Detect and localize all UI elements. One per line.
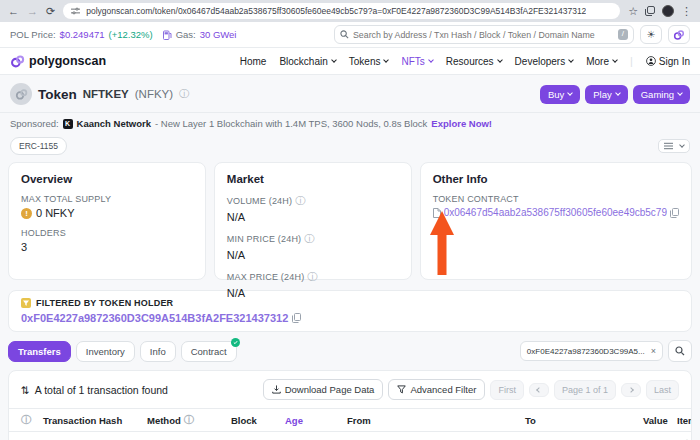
info-icon[interactable]: ⓘ <box>21 413 43 427</box>
copy-icon[interactable] <box>292 313 301 323</box>
tab-transfers[interactable]: Transfers <box>8 341 71 362</box>
info-icon[interactable]: ⓘ <box>179 87 189 101</box>
chevron-down-icon <box>568 57 574 63</box>
pagination-next-button[interactable] <box>621 383 641 397</box>
gaming-button[interactable]: Gaming <box>633 85 690 104</box>
table-toolbar: ⇅ A total of 1 transaction found Downloa… <box>9 371 691 408</box>
theme-toggle-button[interactable]: ☀ <box>640 25 662 44</box>
chevron-down-icon <box>612 57 618 63</box>
other-info-title: Other Info <box>433 173 679 185</box>
nav-item-resources[interactable]: Resources <box>446 56 502 67</box>
sign-in-button[interactable]: Sign In <box>646 56 690 67</box>
gas-label: Gas: <box>176 29 196 40</box>
back-icon[interactable]: ← <box>8 6 19 17</box>
filter-banner-label: FILTERED BY TOKEN HOLDER <box>36 298 173 308</box>
info-icon[interactable]: ⓘ <box>295 194 305 208</box>
bookmark-star-icon[interactable]: ☆ <box>628 6 638 17</box>
chevron-down-icon <box>331 57 337 63</box>
min-price-value: N/A <box>227 249 399 261</box>
nav-item-developers[interactable]: Developers <box>515 56 574 67</box>
nav-item-home[interactable]: Home <box>240 56 267 67</box>
col-method: Method <box>147 415 181 426</box>
sponsored-text: - New Layer 1 Blockchain with 1.4M TPS, … <box>155 118 427 129</box>
market-title: Market <box>227 173 399 185</box>
table-row: 0x87104b07f6e... Safe Transfer ... 67842… <box>9 432 691 440</box>
tab-info[interactable]: Info <box>140 341 176 362</box>
volume-label: VOLUME (24H) <box>227 196 292 206</box>
chevron-down-icon <box>615 90 621 96</box>
col-to: To <box>497 415 643 426</box>
url-text: polygonscan.com/token/0x06467d54aab2a538… <box>86 6 586 16</box>
play-button[interactable]: Play <box>585 85 627 104</box>
nav-item-blockchain[interactable]: Blockchain <box>279 56 335 67</box>
token-contract-address-link[interactable]: 0x06467d54aab2a538675ff30605fe60ee49cb5c… <box>444 207 667 218</box>
card-view-toggle-button[interactable] <box>658 139 690 153</box>
tab-contract[interactable]: Contract <box>181 341 237 362</box>
nav-divider: | <box>630 55 633 67</box>
info-icon[interactable]: ⓘ <box>184 413 194 427</box>
close-icon[interactable]: × <box>651 346 656 356</box>
market-card: Market VOLUME (24H)ⓘ N/A MIN PRICE (24H)… <box>214 162 412 280</box>
tabs-row: Transfers Inventory Info Contract 0xF0E4… <box>8 340 692 362</box>
copy-icon[interactable] <box>670 208 679 218</box>
advertiser-name[interactable]: Kaanch Network <box>77 118 151 129</box>
global-search-box[interactable]: / <box>334 25 634 44</box>
gas-pump-icon <box>163 30 172 40</box>
col-item: Item <box>677 415 692 426</box>
nav-item-tokens[interactable]: Tokens <box>349 56 389 67</box>
chevron-down-icon <box>567 90 573 96</box>
tab-switcher-icon[interactable] <box>645 6 655 16</box>
chevron-down-icon <box>679 142 685 148</box>
token-name: NFTKEY <box>83 88 129 100</box>
min-price-label: MIN PRICE (24H) <box>227 234 302 244</box>
holder-filter-chip[interactable]: 0xF0E4227a9872360D3C99A5... × <box>520 341 663 361</box>
global-search-input[interactable] <box>353 30 614 40</box>
info-icon[interactable]: ⓘ <box>304 232 314 246</box>
download-page-data-button[interactable]: Download Page Data <box>263 379 384 400</box>
max-price-label: MAX PRICE (24H) <box>227 272 305 282</box>
network-switcher-button[interactable] <box>668 25 690 44</box>
refresh-icon[interactable]: ⟳ <box>46 6 55 17</box>
buy-button[interactable]: Buy <box>540 85 580 104</box>
pol-price-value[interactable]: $0.249471 <box>60 29 105 40</box>
nav-item-nfts[interactable]: NFTs <box>401 56 432 67</box>
chevron-right-icon <box>628 387 634 393</box>
search-icon <box>675 346 685 356</box>
sponsored-cta-link[interactable]: Explore Now! <box>431 118 492 129</box>
browser-profile-avatar[interactable] <box>662 5 674 17</box>
advanced-filter-button[interactable]: Advanced Filter <box>388 379 485 400</box>
info-icon[interactable]: ⓘ <box>307 270 317 284</box>
url-bar[interactable]: polygonscan.com/token/0x06467d54aab2a538… <box>63 3 620 19</box>
table-header-row: ⓘ Transaction Hash Methodⓘ Block Age Fro… <box>9 408 691 432</box>
chevron-down-icon <box>677 90 683 96</box>
nav-item-more[interactable]: More <box>586 56 617 67</box>
browser-menu-icon[interactable]: ⋮ <box>681 6 692 17</box>
tab-inventory[interactable]: Inventory <box>76 341 135 362</box>
filtered-holder-address-link[interactable]: 0xF0E4227a9872360D3C99A514B3fA2FE3214373… <box>21 312 288 324</box>
site-settings-icon[interactable] <box>71 7 80 15</box>
col-age[interactable]: Age <box>285 415 347 426</box>
holder-filter-chip-value: 0xF0E4227a9872360D3C99A5... <box>527 347 645 356</box>
polygonscan-logo-icon <box>10 54 25 69</box>
forward-icon[interactable]: → <box>27 6 38 17</box>
pagination-first-button[interactable]: First <box>490 380 524 400</box>
site-topbar: POL Price: $0.249471 (+12.32%) Gas: 30 G… <box>0 22 700 48</box>
brand-logo[interactable]: polygonscan <box>10 54 106 69</box>
polygonscan-token-page: ← → ⟳ polygonscan.com/token/0x06467d54aa… <box>0 0 700 440</box>
advertiser-logo-icon: K <box>63 119 73 129</box>
page-title: Token <box>38 87 77 102</box>
polygon-network-icon <box>673 29 685 41</box>
pol-price-label: POL Price: <box>10 29 56 40</box>
warning-icon[interactable]: ! <box>21 208 32 219</box>
download-icon <box>272 385 281 394</box>
sort-icon[interactable]: ⇅ <box>21 384 30 396</box>
col-value: Value <box>643 415 677 426</box>
pagination-last-button[interactable]: Last <box>646 380 679 400</box>
token-avatar <box>10 83 32 105</box>
pagination-prev-button[interactable] <box>529 383 549 397</box>
gas-value[interactable]: 30 GWei <box>200 29 237 40</box>
erc1155-badge: ERC-1155 <box>10 137 67 155</box>
table-search-button[interactable] <box>668 340 692 362</box>
holders-label: HOLDERS <box>21 228 193 238</box>
list-icon <box>664 142 673 150</box>
